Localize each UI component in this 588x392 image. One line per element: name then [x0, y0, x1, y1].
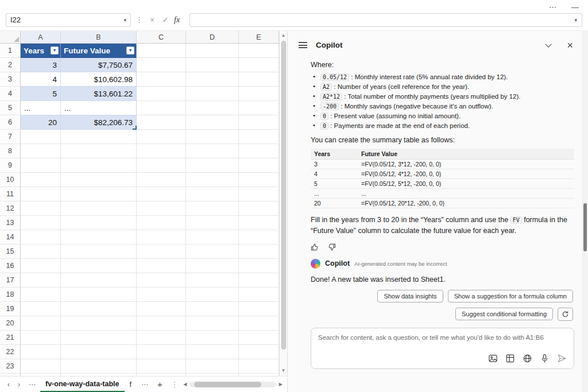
grid-cell[interactable] [21, 201, 61, 216]
menu-icon[interactable] [299, 42, 307, 48]
row-header-17[interactable]: 17 [0, 273, 21, 288]
row-header-10[interactable]: 10 [0, 173, 21, 187]
thumbs-down-icon[interactable] [327, 243, 336, 251]
name-box[interactable]: I22 ▾ [6, 13, 131, 27]
row-header-5[interactable]: 5 [0, 101, 21, 115]
grid-cell[interactable] [186, 201, 239, 216]
grid-cell[interactable] [186, 331, 239, 345]
grid-cell[interactable] [239, 316, 279, 331]
grid-cell[interactable] [239, 230, 279, 244]
show-data-insights-button[interactable]: Show data insights [377, 290, 443, 302]
grid-cell[interactable]: 20 [21, 115, 61, 130]
grid-cell[interactable] [61, 130, 137, 144]
grid-cell[interactable] [21, 173, 61, 187]
column-header-A[interactable]: A [21, 31, 61, 44]
grid-cell[interactable] [239, 115, 279, 130]
minimize-icon[interactable]: — [571, 5, 579, 10]
grid-cell[interactable] [186, 44, 239, 58]
grid-cell[interactable] [137, 115, 186, 130]
row-header-21[interactable]: 21 [0, 331, 21, 345]
grid-cell[interactable] [61, 273, 137, 288]
grid-cell[interactable] [61, 331, 137, 345]
grid-cell[interactable]: Years▾ [21, 44, 61, 58]
grid-cell[interactable] [186, 374, 239, 376]
next-sheet-icon[interactable]: › [14, 381, 24, 389]
cancel-icon[interactable]: × [148, 15, 157, 24]
grid-cell[interactable] [61, 244, 137, 259]
grid-cell[interactable] [61, 187, 137, 201]
filter-dropdown-icon[interactable]: ▾ [51, 46, 59, 55]
grid-cell[interactable] [137, 58, 186, 72]
new-sheet-icon[interactable]: + [153, 379, 167, 389]
close-panel-icon[interactable]: × [567, 41, 573, 49]
grid-cell[interactable] [137, 302, 186, 316]
more-options-icon[interactable]: ⋯ [549, 5, 556, 10]
column-header-E[interactable]: E [239, 31, 279, 44]
expand-formula-bar-icon[interactable]: ▾ [574, 17, 577, 23]
row-header-11[interactable]: 11 [0, 187, 21, 201]
refresh-suggestions-icon[interactable] [558, 308, 573, 321]
grid-cell[interactable] [137, 316, 186, 331]
grid-cell[interactable] [137, 273, 186, 288]
grid-cell[interactable] [239, 187, 279, 201]
grid-cell[interactable] [21, 316, 61, 331]
grid-cell[interactable]: $82,206.73 [61, 115, 137, 130]
row-header-3[interactable]: 3 [0, 72, 21, 87]
column-header-D[interactable]: D [186, 31, 239, 44]
all-sheets-icon[interactable]: ⋯ [24, 381, 40, 389]
grid-cell[interactable] [186, 58, 239, 72]
scroll-up-icon[interactable]: ▲ [281, 33, 286, 39]
row-header-23[interactable]: 23 [0, 359, 21, 374]
row-header-4[interactable]: 4 [0, 87, 21, 101]
grid-cell[interactable] [186, 144, 239, 158]
grid-cell[interactable] [186, 359, 239, 374]
grid-cell[interactable] [239, 359, 279, 374]
formula-bar-handle-icon[interactable]: ⋮ [135, 15, 144, 24]
grid-cell[interactable] [61, 288, 137, 302]
grid-cell[interactable] [21, 331, 61, 345]
sheet-tab-2[interactable]: f [125, 377, 137, 392]
row-header-12[interactable]: 12 [0, 201, 21, 216]
grid-cell[interactable] [186, 316, 239, 331]
grid-cell[interactable] [21, 259, 61, 273]
grid-cell[interactable] [21, 288, 61, 302]
vertical-scroll-thumb[interactable] [281, 41, 286, 350]
grid-cell[interactable] [186, 101, 239, 115]
horizontal-scrollbar[interactable]: ◀ ▶ [182, 382, 284, 387]
grid-cell[interactable] [239, 87, 279, 101]
scroll-down-icon[interactable]: ▼ [281, 368, 286, 374]
grid-cell[interactable] [137, 216, 186, 230]
grid-cell[interactable] [239, 158, 279, 173]
conditional-formatting-button[interactable]: Suggest conditional formatting [455, 308, 553, 320]
grid-cell[interactable] [239, 345, 279, 359]
grid-cell[interactable]: 5 [21, 87, 61, 101]
grid-cell[interactable] [186, 87, 239, 101]
grid-cell[interactable] [61, 144, 137, 158]
grid-cell[interactable] [239, 273, 279, 288]
row-header-14[interactable]: 14 [0, 230, 21, 244]
grid-cell[interactable] [61, 259, 137, 273]
grid-cell[interactable] [186, 273, 239, 288]
grid-cell[interactable] [137, 374, 186, 376]
attach-image-icon[interactable] [488, 354, 498, 363]
grid-cell[interactable] [186, 216, 239, 230]
grid-cell[interactable] [21, 144, 61, 158]
grid-cell[interactable] [137, 87, 186, 101]
grid-cell[interactable]: Future Value▾ [61, 44, 137, 58]
grid-cell[interactable] [239, 288, 279, 302]
insert-function-icon[interactable]: fx [174, 15, 185, 25]
grid-cell[interactable]: $13,601.22 [61, 87, 137, 101]
row-header-1[interactable]: 1 [0, 44, 21, 58]
grid-cell[interactable] [21, 216, 61, 230]
grid-cell[interactable] [239, 130, 279, 144]
grid-cell[interactable] [186, 72, 239, 87]
grid-cell[interactable] [21, 374, 61, 376]
grid-cell[interactable] [61, 359, 137, 374]
grid-cell[interactable] [239, 216, 279, 230]
cell-grid[interactable]: ABCDE1Years▾Future Value▾23$7,750.6734$1… [0, 31, 279, 376]
grid-cell[interactable] [239, 201, 279, 216]
grid-cell[interactable] [61, 230, 137, 244]
grid-cell[interactable] [186, 259, 239, 273]
microphone-icon[interactable] [540, 354, 550, 363]
grid-cell[interactable] [137, 201, 186, 216]
